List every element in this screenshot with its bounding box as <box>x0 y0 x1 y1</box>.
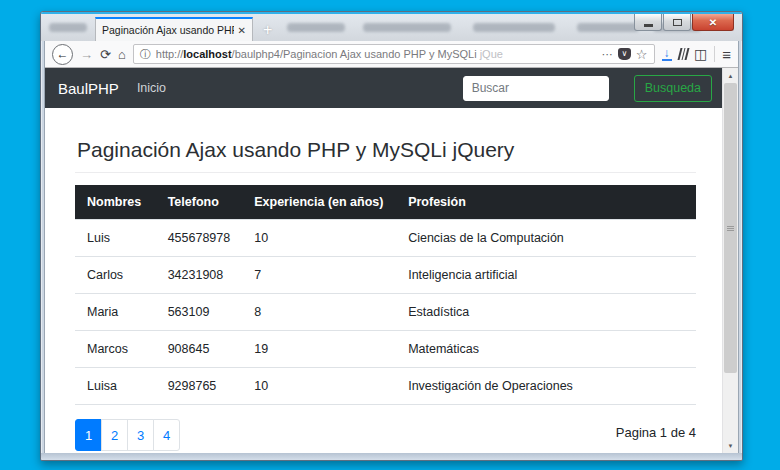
table-header-cell: Profesión <box>396 185 696 220</box>
browser-nav-toolbar: ← → ⟳ ⌂ ⓘ http://localhost/baulphp4/Pagi… <box>45 41 738 68</box>
browser-viewport: BaulPHP Inicio Busqueda Paginación Ajax … <box>45 68 738 453</box>
pocket-icon[interactable]: ∨ <box>618 48 631 60</box>
reload-button[interactable]: ⟳ <box>100 48 111 61</box>
blurred-content <box>473 23 555 32</box>
pagination-page-button[interactable]: 4 <box>153 419 180 451</box>
web-page: BaulPHP Inicio Busqueda Paginación Ajax … <box>45 68 722 453</box>
download-icon-base <box>662 59 672 61</box>
table-row: Luisa929876510Investigación de Operacion… <box>75 368 696 405</box>
table-cell: Maria <box>75 294 156 331</box>
url-text: http://localhost/baulphp4/Paginacion Aja… <box>156 48 597 60</box>
table-cell: Investigación de Operaciones <box>396 368 696 405</box>
pagination-page-button[interactable]: 2 <box>101 419 128 451</box>
table-cell: Estadística <box>396 294 696 331</box>
home-button[interactable]: ⌂ <box>118 48 126 61</box>
table-row: Carlos342319087Inteligencia artificial <box>75 257 696 294</box>
nav-item-inicio[interactable]: Inicio <box>137 81 166 95</box>
table-cell: Marcos <box>75 331 156 368</box>
site-info-icon[interactable]: ⓘ <box>140 49 151 60</box>
url-bar[interactable]: ⓘ http://localhost/baulphp4/Paginacion A… <box>133 44 655 64</box>
table-cell: Ciencias de la Computación <box>396 220 696 257</box>
table-cell: 19 <box>242 331 396 368</box>
table-cell: 563109 <box>156 294 243 331</box>
url-host: localhost <box>183 48 231 60</box>
site-navbar: BaulPHP Inicio Busqueda <box>45 68 722 108</box>
table-cell: 9298765 <box>156 368 243 405</box>
table-cell: Inteligencia artificial <box>396 257 696 294</box>
sidebar-toggle-icon[interactable]: ◫ <box>694 47 707 61</box>
table-row: Marcos90864519Matemáticas <box>75 331 696 368</box>
table-head: NombresTelefonoExperiencia (en años)Prof… <box>75 185 696 220</box>
browser-chrome: ← → ⟳ ⌂ ⓘ http://localhost/baulphp4/Pagi… <box>44 41 739 453</box>
download-icon: ↓ <box>664 48 670 58</box>
table-header-cell: Experiencia (en años) <box>242 185 396 220</box>
back-icon: ← <box>57 48 69 60</box>
new-tab-button[interactable]: + <box>263 22 272 38</box>
table-cell: Luisa <box>75 368 156 405</box>
toolbar-divider <box>714 46 715 62</box>
table-header-cell: Telefono <box>156 185 243 220</box>
pagination-row: 1234 Pagina 1 de 4 <box>75 419 696 451</box>
back-button[interactable]: ← <box>52 44 73 65</box>
browser-tab[interactable]: Paginación Ajax usando PHP y MyS ✕ <box>95 17 253 41</box>
page-title: Paginación Ajax usando PHP y MySQLi jQue… <box>77 138 696 162</box>
hamburger-menu-icon[interactable]: ≡ <box>722 46 731 63</box>
window-bottom-frame <box>41 453 742 460</box>
table-row: Maria5631098Estadística <box>75 294 696 331</box>
table-header-cell: Nombres <box>75 185 156 220</box>
bookmark-star-icon[interactable]: ☆ <box>636 48 648 61</box>
table-cell: 34231908 <box>156 257 243 294</box>
table-cell: 10 <box>242 368 396 405</box>
table-cell: 8 <box>242 294 396 331</box>
title-divider <box>75 172 696 173</box>
close-icon: ✕ <box>709 17 717 28</box>
tab-close-icon[interactable]: ✕ <box>238 25 246 36</box>
pagination: 1234 <box>75 419 180 451</box>
browser-titlebar: Paginación Ajax usando PHP y MyS ✕ + ✕ <box>41 12 742 41</box>
search-button[interactable]: Busqueda <box>634 75 712 102</box>
blurred-content <box>363 23 451 32</box>
scroll-up-icon[interactable]: ▲ <box>723 68 738 83</box>
table-body: Luis45567897810Ciencias de la Computació… <box>75 220 696 405</box>
table-cell: 7 <box>242 257 396 294</box>
table-cell: Luis <box>75 220 156 257</box>
window-maximize-button[interactable] <box>663 14 691 31</box>
table-cell: Carlos <box>75 257 156 294</box>
blurred-content <box>49 23 87 32</box>
results-table: NombresTelefonoExperiencia (en años)Prof… <box>75 185 696 405</box>
search-input[interactable] <box>463 76 609 101</box>
main-content: Paginación Ajax usando PHP y MySQLi jQue… <box>45 108 722 451</box>
scroll-down-icon[interactable]: ▼ <box>723 438 738 453</box>
pagination-page-button[interactable]: 1 <box>75 419 102 451</box>
desktop-background: { "colors": { "desktop": "#00ace8", "nav… <box>0 0 780 470</box>
table-header-row: NombresTelefonoExperiencia (en años)Prof… <box>75 185 696 220</box>
pagination-page-button[interactable]: 3 <box>127 419 154 451</box>
page-actions-icon[interactable]: ⋯ <box>602 49 613 60</box>
tab-title: Paginación Ajax usando PHP y MyS <box>102 24 234 36</box>
maximize-icon <box>673 19 682 26</box>
downloads-button[interactable]: ↓ <box>662 48 672 61</box>
window-controls: ✕ <box>633 14 734 31</box>
table-cell: 455678978 <box>156 220 243 257</box>
table-cell: 10 <box>242 220 396 257</box>
table-cell: 908645 <box>156 331 243 368</box>
window-close-button[interactable]: ✕ <box>692 14 734 31</box>
pagination-status: Pagina 1 de 4 <box>616 425 696 440</box>
scrollbar-thumb[interactable] <box>724 83 737 373</box>
table-cell: Matemáticas <box>396 331 696 368</box>
forward-button[interactable]: → <box>80 48 93 61</box>
table-row: Luis45567897810Ciencias de la Computació… <box>75 220 696 257</box>
library-icon[interactable] <box>677 48 688 60</box>
minimize-icon <box>644 24 653 27</box>
window-minimize-button[interactable] <box>634 14 662 31</box>
scrollbar-grip <box>727 226 734 231</box>
browser-window: Paginación Ajax usando PHP y MyS ✕ + ✕ ←… <box>40 11 743 461</box>
blurred-content <box>577 23 639 32</box>
blurred-content <box>287 23 345 32</box>
brand-link[interactable]: BaulPHP <box>58 80 119 97</box>
vertical-scrollbar[interactable]: ▲ ▼ <box>722 68 738 453</box>
